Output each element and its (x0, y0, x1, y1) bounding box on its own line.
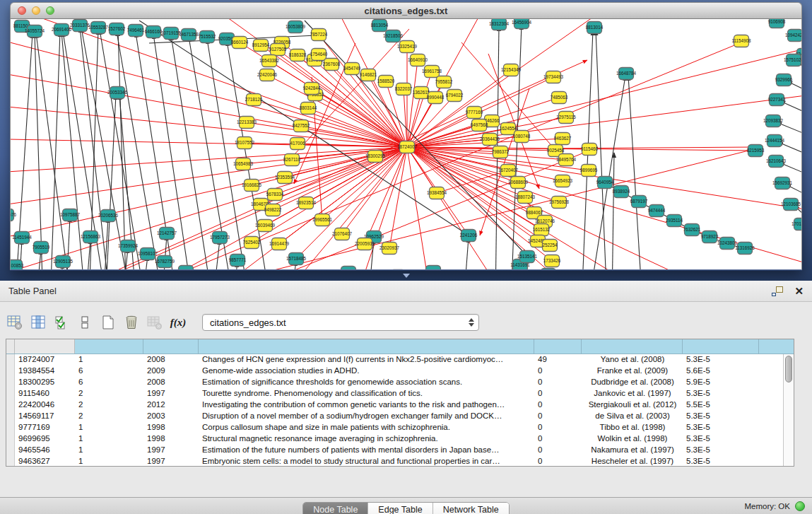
graph-node[interactable]: 10942425 (785, 30, 801, 42)
cell-title[interactable]: Tourette syndrome. Phenomenology and cla… (199, 388, 534, 399)
cell-year[interactable]: 1998 (143, 422, 199, 433)
graph-node[interactable]: 16640910 (408, 54, 428, 66)
graph-node[interactable]: 7625402 (243, 237, 261, 249)
graph-node[interactable]: 14671358 (179, 29, 199, 41)
graph-node[interactable]: 252254 (542, 240, 558, 252)
cell-in_degree[interactable]: 1 (75, 354, 143, 366)
graph-node[interactable]: 19384554 (427, 187, 447, 199)
cell-in_degree[interactable]: 2 (75, 399, 143, 411)
graph-node[interactable]: 9640954 (596, 177, 614, 189)
graph-node[interactable]: 2935114 (666, 215, 683, 227)
cell-title[interactable]: Embryonic stem cells: a model to study s… (199, 456, 534, 467)
row-height-button[interactable] (76, 313, 94, 332)
graph-node[interactable]: 13325419 (397, 41, 418, 53)
graph-node[interactable]: 5678334 (266, 189, 284, 201)
graph-node[interactable]: 7496461 (127, 25, 145, 37)
graph-node[interactable]: 1527602 (108, 23, 126, 35)
graph-node[interactable]: 16456904 (512, 19, 532, 29)
cell-title[interactable]: Corpus callosum shape and size in male p… (199, 422, 534, 433)
panel-divider[interactable] (400, 273, 411, 279)
tab-edge-table[interactable]: Edge Table (368, 503, 433, 514)
cell-name[interactable]: 19384554 (15, 366, 75, 377)
cell-short[interactable]: Tibbo et al. (1998) (582, 422, 683, 433)
cell-name[interactable]: 14569117 (15, 411, 75, 422)
graph-node[interactable]: 12905135 (53, 256, 73, 268)
cell-out_degree[interactable]: 0 (534, 366, 582, 377)
citation-edge-red[interactable] (407, 43, 801, 147)
graph-node[interactable]: 8427552 (293, 120, 310, 132)
graph-node[interactable]: 20691406 (52, 24, 72, 36)
graph-node[interactable]: 8322037 (395, 83, 413, 95)
cell-out_degree[interactable]: 0 (534, 445, 582, 456)
graph-node[interactable]: 16782759 (155, 256, 175, 268)
graph-node[interactable]: 18312304 (489, 19, 510, 30)
table-row[interactable]: 946554611997Estimation of the future num… (6, 445, 794, 456)
graph-node[interactable]: 7986372 (492, 146, 510, 158)
citation-edge-black[interactable] (118, 31, 126, 269)
graph-node[interactable]: 17957273 (210, 232, 230, 244)
graph-node[interactable]: 18107552 (235, 137, 255, 149)
cell-pagerank[interactable]: 5.3E-5 (683, 445, 759, 456)
graph-node[interactable]: 8990448 (427, 92, 445, 104)
cell-short[interactable]: Hescheler et al. (1997) (582, 456, 683, 467)
graph-node[interactable]: 18300295 (365, 151, 386, 163)
graph-node[interactable]: 9227343 (768, 94, 786, 106)
select-columns-button[interactable] (29, 313, 47, 332)
cell-year[interactable]: 1998 (143, 433, 199, 445)
graph-node[interactable]: 1733426 (543, 255, 561, 267)
cell-name[interactable]: 9699695 (15, 433, 75, 445)
column-header-in_degree[interactable] (75, 339, 143, 354)
graph-node[interactable]: 2241206 (460, 230, 478, 242)
graph-node[interactable]: 9127505 (269, 44, 287, 56)
graph-node[interactable]: 7485063 (551, 92, 568, 104)
graph-node[interactable]: 10688609 (508, 177, 529, 189)
citation-edge-black[interactable] (86, 239, 90, 269)
cell-name[interactable]: 9465546 (15, 445, 75, 456)
graph-node[interactable]: 10958107 (138, 248, 158, 260)
graph-node[interactable]: 16543382 (259, 55, 280, 67)
cell-year[interactable]: 1997 (143, 445, 199, 456)
graph-node[interactable]: 8267110 (283, 154, 301, 166)
cell-title[interactable]: Investigating the contribution of common… (199, 399, 534, 411)
graph-node[interactable]: 9146821 (360, 69, 377, 81)
graph-node[interactable]: 16654923 (553, 175, 573, 187)
graph-node[interactable]: 9115460 (581, 144, 599, 156)
graph-node[interactable]: 16210643 (766, 156, 787, 168)
minimize-window-button[interactable] (32, 6, 40, 15)
function-builder-button[interactable]: f(x) (169, 313, 187, 332)
graph-node[interactable]: 12103685 (781, 199, 801, 211)
tab-node-table[interactable]: Node Table (303, 503, 368, 514)
graph-node[interactable]: 8813054 (371, 20, 389, 32)
graph-node[interactable]: 15751024 (784, 54, 801, 66)
table-mode-button[interactable] (6, 313, 24, 332)
graph-node[interactable]: 16039469 (255, 220, 276, 232)
cell-out_degree[interactable]: 0 (534, 411, 582, 422)
graph-node[interactable]: 6466160 (145, 26, 163, 38)
cell-title[interactable]: Disruption of a novel member of a sodium… (199, 411, 534, 422)
graph-node[interactable]: 9699695 (340, 267, 358, 270)
graph-node[interactable]: 8912954 (252, 40, 270, 52)
table-selector-dropdown[interactable]: citations_edges.txt (202, 314, 479, 331)
cell-pagerank[interactable]: 5.6E-5 (683, 366, 759, 377)
graph-node[interactable]: 8215953 (747, 145, 765, 157)
graph-node[interactable]: 1080748 (513, 131, 531, 143)
graph-node[interactable]: 9899695 (580, 165, 598, 177)
graph-node[interactable]: 16053809 (286, 21, 306, 33)
cell-in_degree[interactable]: 1 (75, 433, 143, 445)
delete-table-button[interactable] (146, 313, 164, 332)
cell-out_degree[interactable]: 0 (534, 388, 582, 399)
graph-node[interactable]: 11154908 (731, 35, 751, 47)
cell-year[interactable]: 1997 (143, 388, 199, 399)
citation-edge-black[interactable] (464, 238, 469, 269)
close-window-button[interactable] (18, 6, 26, 15)
graph-node[interactable]: 9777169 (466, 107, 483, 119)
table-row[interactable]: 969969511998Structural magnetic resonanc… (6, 433, 794, 445)
table-scrollbar-thumb[interactable] (785, 356, 792, 382)
cell-in_degree[interactable]: 1 (75, 445, 143, 456)
graph-node[interactable]: 12156863 (81, 231, 101, 243)
column-header-out_degree[interactable] (534, 339, 582, 354)
graph-node[interactable]: 8813014 (586, 22, 604, 34)
cell-pagerank[interactable]: 5.9E-5 (683, 377, 759, 388)
graph-node[interactable]: 15718485 (286, 253, 307, 265)
graph-node[interactable]: 12444154 (765, 135, 785, 147)
